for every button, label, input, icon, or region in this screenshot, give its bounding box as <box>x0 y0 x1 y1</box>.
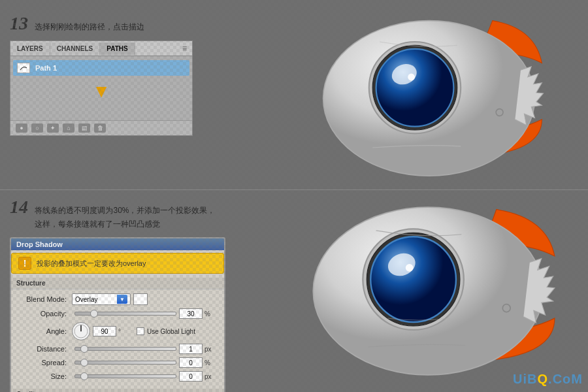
step14-text-line2: 这样，每条接缝就有了一种凹凸感觉 <box>35 220 160 229</box>
blend-mode-arrow-icon[interactable]: ▼ <box>117 295 127 304</box>
spread-label: Spread: <box>18 359 67 367</box>
distance-slider-thumb[interactable] <box>80 345 88 353</box>
blend-mode-value: Overlay <box>75 296 97 303</box>
opacity-input[interactable]: 30 <box>179 308 203 319</box>
angle-unit: ° <box>118 328 131 335</box>
watermark-highlight: Q <box>538 372 549 386</box>
spread-row: Spread: 0 % <box>18 357 218 368</box>
size-slider-thumb[interactable] <box>80 372 88 380</box>
tab-channels[interactable]: CHANNELS <box>50 42 101 55</box>
opacity-slider[interactable] <box>74 312 176 316</box>
tab-paths[interactable]: PATHS <box>100 42 135 55</box>
distance-row: Distance: 1 px <box>18 344 218 354</box>
opacity-unit: % <box>204 310 218 318</box>
robot-fish-illustration-2 <box>242 190 588 392</box>
quality-section-label: Quality <box>11 389 224 392</box>
global-light-row: Use Global Light <box>137 327 195 335</box>
opacity-slider-thumb[interactable] <box>90 310 98 318</box>
angle-label: Angle: <box>18 327 67 335</box>
dialog-title: Drop Shadow <box>11 238 224 250</box>
path-item[interactable]: Path 1 <box>13 60 189 76</box>
spread-slider-thumb[interactable] <box>80 359 88 367</box>
blend-mode-row: Blend Mode: Overlay ▼ <box>18 293 218 305</box>
opacity-row: Opacity: 30 % <box>18 308 218 319</box>
footer-mask-icon[interactable]: ⌂ <box>63 123 74 133</box>
spread-unit: % <box>204 359 218 367</box>
blend-mode-label: Blend Mode: <box>18 295 67 303</box>
main-container: 13 选择刚刚绘制的路径，点击描边 LAYERS CHANNELS PATHS … <box>0 0 588 392</box>
size-label: Size: <box>18 372 67 380</box>
step13-header: 13 选择刚刚绘制的路径，点击描边 <box>10 13 232 34</box>
arrow-down-icon: ▼ <box>10 82 192 101</box>
angle-input[interactable]: 90 <box>93 326 116 336</box>
right-panel-bottom <box>242 190 588 392</box>
size-input[interactable]: 0 <box>179 371 203 382</box>
blend-mode-select[interactable]: Overlay ▼ <box>72 293 131 305</box>
drop-shadow-dialog: Drop Shadow ! 投影的叠加模式一定要改为overlay Struct… <box>10 237 225 392</box>
right-panel-top <box>242 7 588 183</box>
distance-input[interactable]: 1 <box>179 344 203 354</box>
step13-number: 13 <box>10 13 28 33</box>
section-bottom: 14 将线条的透不明度调为30%，并添加一个投影效果， 这样，每条接缝就有了一种… <box>0 189 588 392</box>
left-panel-bottom: 14 将线条的透不明度调为30%，并添加一个投影效果， 这样，每条接缝就有了一种… <box>0 190 242 392</box>
distance-unit: px <box>204 346 218 353</box>
angle-row: Angle: 90 ° <box>18 322 218 340</box>
spread-slider[interactable] <box>74 361 176 365</box>
path-item-label: Path 1 <box>35 64 57 72</box>
warning-icon: ! <box>18 257 31 270</box>
svg-point-5 <box>408 74 415 81</box>
distance-label: Distance: <box>18 345 67 353</box>
size-slider[interactable] <box>74 374 176 378</box>
size-row: Size: 0 px <box>18 371 218 382</box>
left-panel-top: 13 选择刚刚绘制的路径，点击描边 LAYERS CHANNELS PATHS … <box>0 7 242 183</box>
spread-input[interactable]: 0 <box>179 357 203 368</box>
tab-layers[interactable]: LAYERS <box>10 42 50 55</box>
footer-delete-icon[interactable]: 🗑 <box>94 123 106 133</box>
section-top: 13 选择刚刚绘制的路径，点击描边 LAYERS CHANNELS PATHS … <box>0 0 588 189</box>
step14-header: 14 将线条的透不明度调为30%，并添加一个投影效果， 这样，每条接缝就有了一种… <box>10 197 232 231</box>
distance-slider[interactable] <box>74 347 176 351</box>
footer-load-icon[interactable]: ▤ <box>78 123 90 133</box>
layers-panel: LAYERS CHANNELS PATHS ≡ Path 1 <box>10 41 193 136</box>
step14-number: 14 <box>10 197 28 217</box>
step14-text-line1: 将线条的透不明度调为30%，并添加一个投影效果， <box>35 206 215 215</box>
path-item-icon <box>17 63 30 73</box>
blend-mode-color-swatch[interactable] <box>133 293 148 305</box>
angle-dial[interactable] <box>72 322 90 340</box>
footer-stroke-icon[interactable]: ○ <box>31 123 43 133</box>
panel-tabs: LAYERS CHANNELS PATHS ≡ <box>10 41 192 56</box>
size-unit: px <box>204 373 218 380</box>
panel-menu-button[interactable]: ≡ <box>177 41 192 56</box>
warning-tooltip: ! 投影的叠加模式一定要改为overlay <box>11 253 224 274</box>
watermark: UiBQ.CoM <box>513 372 583 387</box>
panel-footer: ● ○ ✦ ⌂ ▤ 🗑 <box>10 120 192 135</box>
svg-point-15 <box>406 264 414 272</box>
dialog-body: Blend Mode: Overlay ▼ Opacity: <box>11 289 224 389</box>
angle-hand <box>81 325 82 332</box>
dialog-section-label: Structure <box>11 278 224 289</box>
global-light-label: Use Global Light <box>147 328 195 335</box>
footer-add-icon[interactable]: ✦ <box>47 123 59 133</box>
global-light-checkbox[interactable] <box>137 327 144 335</box>
robot-fish-illustration-1 <box>242 7 588 183</box>
opacity-label: Opacity: <box>18 310 67 318</box>
footer-fill-icon[interactable]: ● <box>16 123 27 133</box>
panel-content: Path 1 <box>10 56 192 80</box>
step13-text: 选择刚刚绘制的路径，点击描边 <box>35 22 144 31</box>
warning-text: 投影的叠加模式一定要改为overlay <box>37 259 146 269</box>
